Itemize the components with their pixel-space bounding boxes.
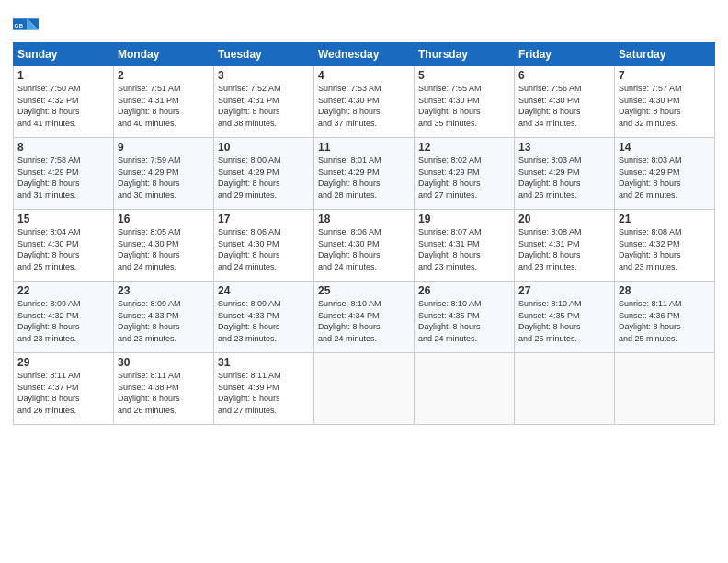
- day-number: 1: [17, 69, 109, 82]
- day-info: Sunrise: 8:11 AM Sunset: 4:37 PM Dayligh…: [17, 370, 109, 416]
- calendar-cell: 22Sunrise: 8:09 AM Sunset: 4:32 PM Dayli…: [14, 282, 114, 353]
- calendar-cell: 30Sunrise: 8:11 AM Sunset: 4:38 PM Dayli…: [114, 353, 214, 425]
- calendar-cell: 2Sunrise: 7:51 AM Sunset: 4:31 PM Daylig…: [114, 66, 214, 138]
- col-header-wednesday: Wednesday: [314, 43, 415, 66]
- calendar-cell: 21Sunrise: 8:08 AM Sunset: 4:32 PM Dayli…: [615, 210, 715, 282]
- day-number: 16: [118, 213, 210, 225]
- col-header-thursday: Thursday: [415, 43, 515, 66]
- day-info: Sunrise: 8:04 AM Sunset: 4:30 PM Dayligh…: [17, 226, 109, 272]
- day-info: Sunrise: 8:08 AM Sunset: 4:32 PM Dayligh…: [619, 226, 711, 272]
- calendar-cell: 6Sunrise: 7:56 AM Sunset: 4:30 PM Daylig…: [515, 66, 615, 138]
- calendar-cell: [615, 353, 715, 425]
- day-number: 28: [619, 284, 711, 297]
- day-info: Sunrise: 8:09 AM Sunset: 4:33 PM Dayligh…: [218, 298, 310, 344]
- day-info: Sunrise: 8:09 AM Sunset: 4:33 PM Dayligh…: [118, 298, 210, 344]
- day-info: Sunrise: 8:08 AM Sunset: 4:31 PM Dayligh…: [518, 226, 610, 272]
- day-info: Sunrise: 7:59 AM Sunset: 4:29 PM Dayligh…: [118, 155, 210, 201]
- day-number: 2: [118, 69, 210, 82]
- day-info: Sunrise: 7:50 AM Sunset: 4:32 PM Dayligh…: [17, 83, 109, 129]
- week-row-5: 29Sunrise: 8:11 AM Sunset: 4:37 PM Dayli…: [14, 353, 715, 425]
- calendar-cell: 28Sunrise: 8:11 AM Sunset: 4:36 PM Dayli…: [615, 282, 715, 353]
- day-info: Sunrise: 7:52 AM Sunset: 4:31 PM Dayligh…: [218, 83, 310, 129]
- calendar-cell: [515, 353, 615, 425]
- day-number: 15: [17, 213, 109, 225]
- col-header-monday: Monday: [114, 43, 214, 66]
- col-header-friday: Friday: [515, 43, 615, 66]
- week-row-2: 8Sunrise: 7:58 AM Sunset: 4:29 PM Daylig…: [14, 138, 715, 210]
- day-number: 14: [619, 141, 711, 154]
- day-number: 18: [318, 213, 410, 225]
- col-header-saturday: Saturday: [615, 43, 715, 66]
- day-info: Sunrise: 8:06 AM Sunset: 4:30 PM Dayligh…: [318, 226, 410, 272]
- day-info: Sunrise: 8:10 AM Sunset: 4:35 PM Dayligh…: [418, 298, 510, 344]
- calendar-cell: 1Sunrise: 7:50 AM Sunset: 4:32 PM Daylig…: [14, 66, 114, 138]
- calendar-cell: 20Sunrise: 8:08 AM Sunset: 4:31 PM Dayli…: [515, 210, 615, 282]
- calendar-cell: 4Sunrise: 7:53 AM Sunset: 4:30 PM Daylig…: [314, 66, 415, 138]
- day-number: 19: [418, 213, 510, 225]
- day-number: 12: [418, 141, 510, 154]
- calendar-cell: 11Sunrise: 8:01 AM Sunset: 4:29 PM Dayli…: [314, 138, 415, 210]
- day-info: Sunrise: 8:10 AM Sunset: 4:34 PM Dayligh…: [318, 298, 410, 344]
- calendar-cell: 15Sunrise: 8:04 AM Sunset: 4:30 PM Dayli…: [14, 210, 114, 282]
- calendar-cell: 31Sunrise: 8:11 AM Sunset: 4:39 PM Dayli…: [214, 353, 314, 425]
- day-info: Sunrise: 8:11 AM Sunset: 4:39 PM Dayligh…: [218, 370, 310, 416]
- day-number: 7: [619, 69, 711, 82]
- day-info: Sunrise: 8:06 AM Sunset: 4:30 PM Dayligh…: [218, 226, 310, 272]
- calendar-cell: 14Sunrise: 8:03 AM Sunset: 4:29 PM Dayli…: [615, 138, 715, 210]
- day-info: Sunrise: 8:07 AM Sunset: 4:31 PM Dayligh…: [418, 226, 510, 272]
- calendar-cell: 8Sunrise: 7:58 AM Sunset: 4:29 PM Daylig…: [14, 138, 114, 210]
- day-info: Sunrise: 7:51 AM Sunset: 4:31 PM Dayligh…: [118, 83, 210, 129]
- day-number: 31: [218, 356, 310, 369]
- calendar-cell: [314, 353, 415, 425]
- day-number: 26: [418, 284, 510, 297]
- calendar-cell: 23Sunrise: 8:09 AM Sunset: 4:33 PM Dayli…: [114, 282, 214, 353]
- day-number: 29: [17, 356, 109, 369]
- day-info: Sunrise: 8:10 AM Sunset: 4:35 PM Dayligh…: [518, 298, 610, 344]
- day-number: 21: [619, 213, 711, 225]
- week-row-4: 22Sunrise: 8:09 AM Sunset: 4:32 PM Dayli…: [14, 282, 715, 353]
- page: GB SundayMondayTuesdayWednesdayThursdayF…: [0, 0, 728, 563]
- day-number: 10: [218, 141, 310, 154]
- day-number: 3: [218, 69, 310, 82]
- day-info: Sunrise: 7:53 AM Sunset: 4:30 PM Dayligh…: [318, 83, 410, 129]
- calendar-cell: 19Sunrise: 8:07 AM Sunset: 4:31 PM Dayli…: [415, 210, 515, 282]
- calendar-cell: 10Sunrise: 8:00 AM Sunset: 4:29 PM Dayli…: [214, 138, 314, 210]
- calendar-cell: 26Sunrise: 8:10 AM Sunset: 4:35 PM Dayli…: [415, 282, 515, 353]
- day-info: Sunrise: 8:03 AM Sunset: 4:29 PM Dayligh…: [518, 155, 610, 201]
- day-info: Sunrise: 7:57 AM Sunset: 4:30 PM Dayligh…: [619, 83, 711, 129]
- day-number: 13: [518, 141, 610, 154]
- calendar-cell: 27Sunrise: 8:10 AM Sunset: 4:35 PM Dayli…: [515, 282, 615, 353]
- day-info: Sunrise: 8:11 AM Sunset: 4:38 PM Dayligh…: [118, 370, 210, 416]
- day-number: 25: [318, 284, 410, 297]
- calendar-cell: 3Sunrise: 7:52 AM Sunset: 4:31 PM Daylig…: [214, 66, 314, 138]
- day-number: 24: [218, 284, 310, 297]
- day-number: 4: [318, 69, 410, 82]
- day-number: 30: [118, 356, 210, 369]
- col-header-sunday: Sunday: [14, 43, 114, 66]
- calendar-cell: 18Sunrise: 8:06 AM Sunset: 4:30 PM Dayli…: [314, 210, 415, 282]
- header: GB: [13, 9, 715, 39]
- calendar-cell: 25Sunrise: 8:10 AM Sunset: 4:34 PM Dayli…: [314, 282, 415, 353]
- logo-icon: GB: [13, 13, 39, 39]
- calendar-cell: 7Sunrise: 7:57 AM Sunset: 4:30 PM Daylig…: [615, 66, 715, 138]
- calendar-cell: [415, 353, 515, 425]
- col-header-tuesday: Tuesday: [214, 43, 314, 66]
- day-info: Sunrise: 8:03 AM Sunset: 4:29 PM Dayligh…: [619, 155, 711, 201]
- week-row-3: 15Sunrise: 8:04 AM Sunset: 4:30 PM Dayli…: [14, 210, 715, 282]
- day-info: Sunrise: 8:11 AM Sunset: 4:36 PM Dayligh…: [619, 298, 711, 344]
- day-number: 17: [218, 213, 310, 225]
- header-row: SundayMondayTuesdayWednesdayThursdayFrid…: [14, 43, 715, 66]
- calendar-cell: 9Sunrise: 7:59 AM Sunset: 4:29 PM Daylig…: [114, 138, 214, 210]
- day-info: Sunrise: 7:56 AM Sunset: 4:30 PM Dayligh…: [518, 83, 610, 129]
- calendar-cell: 13Sunrise: 8:03 AM Sunset: 4:29 PM Dayli…: [515, 138, 615, 210]
- calendar-cell: 12Sunrise: 8:02 AM Sunset: 4:29 PM Dayli…: [415, 138, 515, 210]
- day-info: Sunrise: 8:05 AM Sunset: 4:30 PM Dayligh…: [118, 226, 210, 272]
- calendar-cell: 29Sunrise: 8:11 AM Sunset: 4:37 PM Dayli…: [14, 353, 114, 425]
- day-number: 11: [318, 141, 410, 154]
- day-number: 5: [418, 69, 510, 82]
- day-info: Sunrise: 7:58 AM Sunset: 4:29 PM Dayligh…: [17, 155, 109, 201]
- calendar-cell: 16Sunrise: 8:05 AM Sunset: 4:30 PM Dayli…: [114, 210, 214, 282]
- day-info: Sunrise: 8:02 AM Sunset: 4:29 PM Dayligh…: [418, 155, 510, 201]
- calendar-cell: 5Sunrise: 7:55 AM Sunset: 4:30 PM Daylig…: [415, 66, 515, 138]
- day-number: 8: [17, 141, 109, 154]
